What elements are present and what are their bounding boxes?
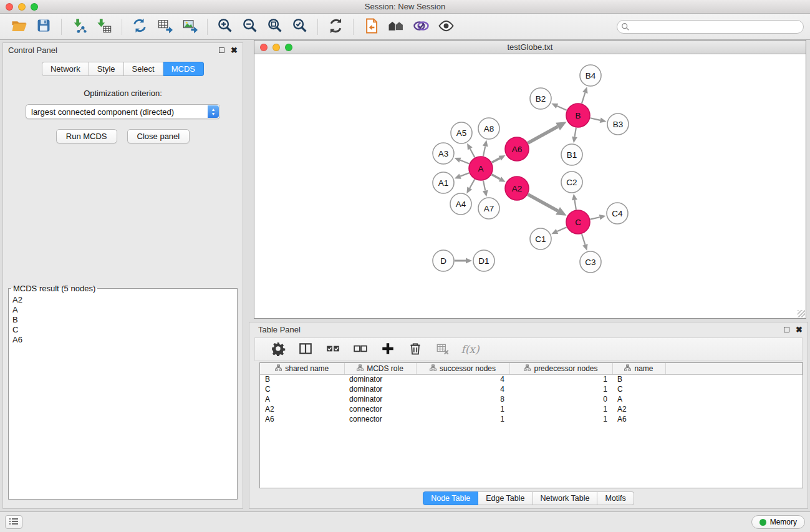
- table-cell[interactable]: 1: [509, 414, 612, 424]
- edge-A-A7[interactable]: [483, 181, 485, 191]
- edge-A-A8[interactable]: [483, 146, 485, 156]
- graph-node-B3[interactable]: B3: [607, 114, 629, 135]
- edge-A-A2[interactable]: [492, 175, 500, 179]
- graph-node-C3[interactable]: C3: [580, 251, 601, 273]
- table-row[interactable]: Cdominator41C: [260, 384, 803, 394]
- zoom-out-button[interactable]: [238, 16, 263, 38]
- graph-node-B2[interactable]: B2: [530, 88, 551, 109]
- edge-A-A4[interactable]: [470, 179, 475, 188]
- apply-layout-button[interactable]: [323, 16, 348, 38]
- graph-node-A5[interactable]: A5: [451, 122, 472, 143]
- table-cell[interactable]: 1: [416, 414, 509, 424]
- search-input[interactable]: [617, 20, 804, 34]
- save-session-button[interactable]: [31, 16, 56, 38]
- delete-row-button[interactable]: [406, 340, 425, 359]
- graph-node-A[interactable]: A: [469, 157, 493, 180]
- edge-C-C4[interactable]: [591, 217, 600, 219]
- graph-node-C2[interactable]: C2: [561, 172, 582, 193]
- memory-button[interactable]: Memory: [751, 515, 805, 529]
- table-cell[interactable]: connector: [344, 404, 416, 414]
- tab-mcds[interactable]: MCDS: [163, 62, 204, 76]
- table-cell[interactable]: A: [260, 394, 344, 404]
- zoom-selected-button[interactable]: [287, 16, 312, 38]
- zoom-in-button[interactable]: [213, 16, 238, 38]
- graph-node-B[interactable]: B: [566, 104, 590, 127]
- edge-A2-C[interactable]: [528, 195, 558, 211]
- edge-A-A1[interactable]: [460, 173, 469, 176]
- tab-style[interactable]: Style: [89, 62, 124, 76]
- graph-node-C4[interactable]: C4: [607, 203, 628, 224]
- graph-node-A2[interactable]: A2: [505, 177, 529, 200]
- table-row[interactable]: Bdominator41B: [260, 374, 803, 384]
- tab-edge-table[interactable]: Edge Table: [478, 491, 533, 505]
- column-layout-button[interactable]: [296, 340, 315, 359]
- mcds-result-item[interactable]: A6: [12, 335, 233, 345]
- table-cell[interactable]: A2: [612, 404, 665, 414]
- deselect-all-button[interactable]: [351, 340, 370, 359]
- table-cell[interactable]: 1: [416, 404, 509, 414]
- analyzer-button[interactable]: [408, 16, 433, 38]
- tab-select[interactable]: Select: [124, 62, 163, 76]
- zoom-fit-button[interactable]: [263, 16, 287, 38]
- mcds-result-item[interactable]: A2: [12, 295, 233, 305]
- edge-B-B3[interactable]: [591, 118, 600, 120]
- window-resize-handle[interactable]: [798, 310, 805, 317]
- column-header[interactable]: predecessor nodes: [509, 363, 612, 374]
- network-manager-button[interactable]: [359, 16, 383, 38]
- edge-A-A5[interactable]: [470, 148, 475, 157]
- tab-network-table[interactable]: Network Table: [533, 491, 598, 505]
- edge-C-C1[interactable]: [557, 227, 566, 231]
- table-cell[interactable]: C: [260, 384, 344, 394]
- tab-network[interactable]: Network: [42, 62, 89, 76]
- table-cell[interactable]: connector: [344, 414, 416, 424]
- table-row[interactable]: A2connector11A2: [260, 404, 803, 414]
- column-header[interactable]: name: [612, 363, 665, 374]
- delete-table-button[interactable]: [433, 340, 452, 359]
- add-row-button[interactable]: [378, 340, 397, 359]
- table-close-panel-icon[interactable]: ✖: [796, 326, 803, 334]
- edge-B-B4[interactable]: [582, 93, 585, 104]
- mcds-result-item[interactable]: C: [12, 325, 233, 335]
- table-cell[interactable]: A6: [260, 414, 344, 424]
- float-panel-icon[interactable]: [219, 47, 224, 53]
- edge-A6-B[interactable]: [528, 127, 558, 143]
- fx-button[interactable]: f(x): [461, 340, 480, 359]
- import-network-button[interactable]: [67, 16, 92, 38]
- graph-node-D1[interactable]: D1: [473, 250, 494, 271]
- edge-C-C2[interactable]: [574, 200, 576, 210]
- export-image-button[interactable]: [177, 16, 202, 38]
- graph-node-C1[interactable]: C1: [530, 228, 551, 249]
- graph-node-A8[interactable]: A8: [478, 118, 499, 139]
- column-header[interactable]: shared name: [260, 363, 344, 374]
- edge-B-B2[interactable]: [557, 106, 566, 110]
- edge-A-A3[interactable]: [460, 160, 470, 164]
- select-all-button[interactable]: [324, 340, 342, 359]
- graph-node-B4[interactable]: B4: [580, 65, 601, 86]
- home-view-button[interactable]: [383, 16, 408, 38]
- show-details-button[interactable]: [433, 16, 458, 38]
- close-panel-button[interactable]: Close panel: [127, 129, 190, 143]
- table-cell[interactable]: B: [612, 374, 665, 384]
- settings-button[interactable]: [269, 340, 287, 359]
- run-mcds-button[interactable]: Run MCDS: [56, 129, 117, 143]
- graph-node-A1[interactable]: A1: [433, 172, 454, 193]
- table-cell[interactable]: C: [612, 384, 665, 394]
- table-cell[interactable]: dominator: [344, 384, 416, 394]
- close-panel-icon[interactable]: ✖: [231, 46, 238, 54]
- export-network-button[interactable]: [127, 16, 152, 38]
- table-row[interactable]: Adominator80A: [260, 394, 803, 404]
- table-cell[interactable]: 4: [416, 374, 509, 384]
- table-cell[interactable]: 1: [509, 384, 612, 394]
- table-cell[interactable]: 4: [416, 384, 509, 394]
- task-history-button[interactable]: [5, 515, 22, 529]
- table-cell[interactable]: 1: [509, 404, 612, 414]
- mcds-result-item[interactable]: A: [12, 305, 233, 315]
- tab-motifs[interactable]: Motifs: [597, 491, 634, 505]
- column-header[interactable]: MCDS role: [344, 363, 416, 374]
- optimization-criterion-dropdown[interactable]: largest connected component (directed) ▲…: [26, 104, 220, 119]
- graph-node-A7[interactable]: A7: [478, 198, 499, 219]
- export-table-button[interactable]: [152, 16, 177, 38]
- edge-A-A6[interactable]: [492, 158, 500, 163]
- table-cell[interactable]: A2: [260, 404, 344, 414]
- table-cell[interactable]: 8: [416, 394, 509, 404]
